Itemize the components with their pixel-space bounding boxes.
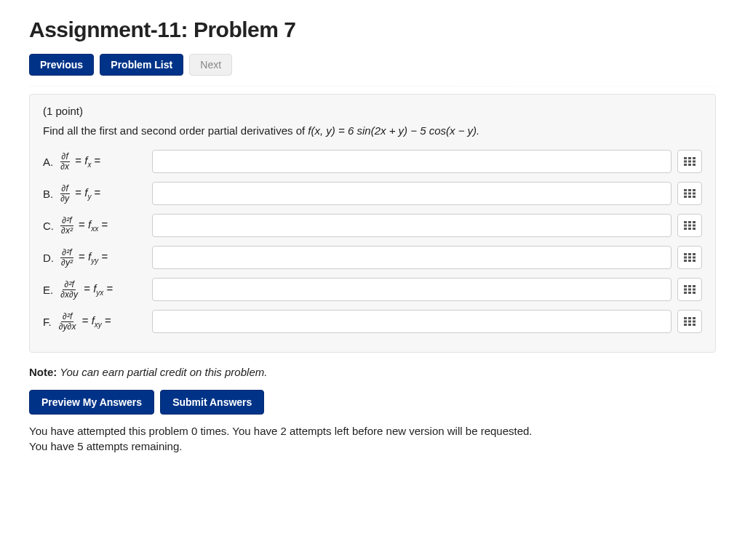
next-button[interactable]: Next bbox=[189, 54, 232, 76]
svg-rect-45 bbox=[684, 317, 687, 319]
svg-rect-36 bbox=[684, 285, 687, 287]
svg-rect-4 bbox=[688, 161, 691, 163]
svg-rect-19 bbox=[688, 221, 691, 223]
svg-rect-34 bbox=[688, 260, 691, 262]
question-row: F.∂²f∂y∂x = fxy = bbox=[43, 310, 702, 333]
preview-answers-button[interactable]: Preview My Answers bbox=[29, 390, 154, 415]
question-row: E.∂²f∂x∂y = fyx = bbox=[43, 278, 702, 301]
svg-rect-0 bbox=[684, 157, 687, 159]
keypad-icon[interactable] bbox=[677, 278, 702, 301]
question-letter: E. bbox=[43, 284, 53, 296]
svg-rect-15 bbox=[684, 196, 687, 198]
answer-input-yy[interactable] bbox=[152, 246, 672, 269]
question-label: E.∂²f∂x∂y = fyx = bbox=[43, 280, 152, 299]
nav-row: Previous Problem List Next bbox=[29, 54, 716, 76]
answer-input-yx[interactable] bbox=[152, 278, 672, 301]
svg-rect-49 bbox=[688, 321, 691, 323]
problem-prompt: Find all the first and second order part… bbox=[43, 124, 702, 137]
answer-input-xy[interactable] bbox=[152, 310, 672, 333]
svg-rect-27 bbox=[684, 253, 687, 255]
page-title: Assignment-11: Problem 7 bbox=[29, 17, 716, 42]
svg-rect-2 bbox=[693, 157, 696, 159]
svg-rect-26 bbox=[693, 228, 696, 230]
svg-rect-32 bbox=[693, 257, 696, 259]
svg-rect-47 bbox=[693, 317, 696, 319]
keypad-icon[interactable] bbox=[677, 246, 702, 269]
svg-rect-40 bbox=[688, 289, 691, 291]
svg-rect-3 bbox=[684, 161, 687, 163]
svg-rect-22 bbox=[688, 225, 691, 227]
problem-list-button[interactable]: Problem List bbox=[100, 54, 183, 76]
previous-button[interactable]: Previous bbox=[29, 54, 94, 76]
question-row: D.∂²f∂y² = fyy = bbox=[43, 246, 702, 269]
action-row: Preview My Answers Submit Answers bbox=[29, 390, 716, 415]
svg-rect-52 bbox=[688, 324, 691, 326]
note: Note: You can earn partial credit on thi… bbox=[29, 366, 716, 378]
svg-rect-13 bbox=[688, 193, 691, 195]
answer-input-y[interactable] bbox=[152, 182, 672, 205]
svg-rect-1 bbox=[688, 157, 691, 159]
svg-rect-6 bbox=[684, 164, 687, 166]
svg-rect-20 bbox=[693, 221, 696, 223]
answer-input-x[interactable] bbox=[152, 150, 672, 173]
question-label: A.∂f∂x = fx = bbox=[43, 152, 152, 171]
svg-rect-11 bbox=[693, 189, 696, 191]
svg-rect-5 bbox=[693, 161, 696, 163]
question-label: C.∂²f∂x² = fxx = bbox=[43, 216, 152, 235]
question-letter: D. bbox=[43, 252, 54, 264]
svg-rect-7 bbox=[688, 164, 691, 166]
svg-rect-35 bbox=[693, 260, 696, 262]
svg-rect-25 bbox=[688, 228, 691, 230]
svg-rect-12 bbox=[684, 193, 687, 195]
question-row: B.∂f∂y = fy = bbox=[43, 182, 702, 205]
svg-rect-43 bbox=[688, 292, 691, 294]
keypad-icon[interactable] bbox=[677, 150, 702, 173]
svg-rect-8 bbox=[693, 164, 696, 166]
problem-panel: (1 point) Find all the first and second … bbox=[29, 94, 716, 353]
svg-rect-18 bbox=[684, 221, 687, 223]
svg-rect-16 bbox=[688, 196, 691, 198]
answer-input-xx[interactable] bbox=[152, 214, 672, 237]
question-letter: C. bbox=[43, 220, 54, 232]
question-label: B.∂f∂y = fy = bbox=[43, 184, 152, 203]
question-label: F.∂²f∂y∂x = fxy = bbox=[43, 312, 152, 331]
svg-rect-24 bbox=[684, 228, 687, 230]
question-letter: F. bbox=[43, 316, 52, 328]
svg-rect-51 bbox=[684, 324, 687, 326]
svg-rect-31 bbox=[688, 257, 691, 259]
question-letter: A. bbox=[43, 156, 53, 168]
question-label: D.∂²f∂y² = fyy = bbox=[43, 248, 152, 267]
keypad-icon[interactable] bbox=[677, 310, 702, 333]
svg-rect-30 bbox=[684, 257, 687, 259]
svg-rect-38 bbox=[693, 285, 696, 287]
svg-rect-29 bbox=[693, 253, 696, 255]
submit-answers-button[interactable]: Submit Answers bbox=[160, 390, 264, 415]
keypad-icon[interactable] bbox=[677, 214, 702, 237]
svg-rect-28 bbox=[688, 253, 691, 255]
question-row: A.∂f∂x = fx = bbox=[43, 150, 702, 173]
svg-rect-42 bbox=[684, 292, 687, 294]
points-label: (1 point) bbox=[43, 105, 702, 117]
svg-rect-53 bbox=[693, 324, 696, 326]
svg-rect-33 bbox=[684, 260, 687, 262]
svg-rect-17 bbox=[693, 196, 696, 198]
svg-rect-21 bbox=[684, 225, 687, 227]
svg-rect-10 bbox=[688, 189, 691, 191]
divider bbox=[29, 86, 716, 87]
svg-rect-48 bbox=[684, 321, 687, 323]
svg-rect-46 bbox=[688, 317, 691, 319]
svg-rect-41 bbox=[693, 289, 696, 291]
svg-rect-44 bbox=[693, 292, 696, 294]
svg-rect-50 bbox=[693, 321, 696, 323]
svg-rect-9 bbox=[684, 189, 687, 191]
svg-rect-14 bbox=[693, 193, 696, 195]
attempt-status: You have attempted this problem 0 times.… bbox=[29, 425, 716, 452]
svg-rect-23 bbox=[693, 225, 696, 227]
svg-rect-37 bbox=[688, 285, 691, 287]
keypad-icon[interactable] bbox=[677, 182, 702, 205]
question-letter: B. bbox=[43, 188, 53, 200]
svg-rect-39 bbox=[684, 289, 687, 291]
question-row: C.∂²f∂x² = fxx = bbox=[43, 214, 702, 237]
